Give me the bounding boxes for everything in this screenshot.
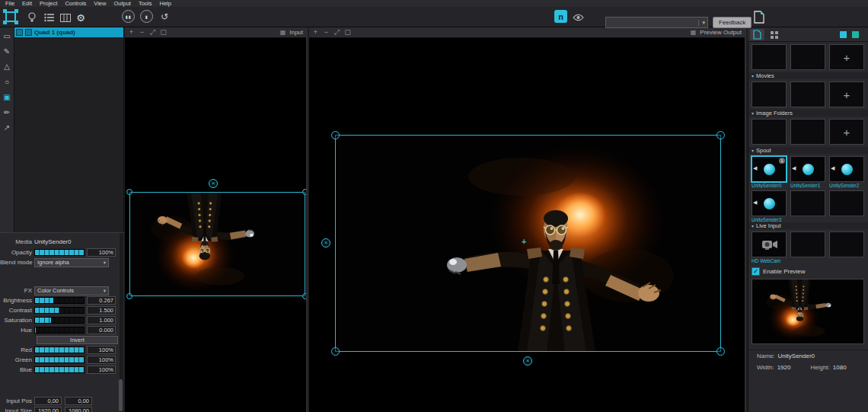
- corner-handle[interactable]: [331, 347, 340, 356]
- live-input-label[interactable]: HD WebCam: [752, 258, 787, 263]
- brush-tool-icon[interactable]: ✏: [2, 107, 12, 117]
- blue-slider[interactable]: [34, 366, 85, 373]
- menu-view[interactable]: View: [90, 0, 110, 7]
- green-value[interactable]: 100%: [87, 356, 116, 364]
- input-size-y-field[interactable]: 1080,00: [65, 407, 92, 412]
- spout-item-label[interactable]: UnitySender2: [829, 183, 864, 188]
- input-pos-x-field[interactable]: 0,00: [34, 397, 62, 405]
- spout-item-unitysender2[interactable]: ◀: [829, 156, 864, 182]
- section-movies[interactable]: ▾ Movies: [748, 72, 868, 79]
- zoom-out-icon[interactable]: −: [323, 27, 330, 37]
- spout-item-label[interactable]: UnitySender1: [790, 183, 825, 188]
- tab-compositions[interactable]: [767, 29, 781, 40]
- spout-item-unitysender1[interactable]: ◀: [790, 156, 825, 182]
- media-slot-empty[interactable]: [790, 232, 825, 257]
- zoom-in-icon[interactable]: +: [128, 27, 135, 37]
- zoom-out-icon[interactable]: −: [139, 27, 145, 37]
- cyan-status-square-icon[interactable]: [840, 31, 847, 38]
- eye-icon[interactable]: [572, 11, 585, 23]
- properties-scrollbar[interactable]: [120, 233, 123, 412]
- blue-value[interactable]: 100%: [87, 366, 116, 374]
- reset-undo-icon[interactable]: ↺: [158, 11, 171, 23]
- section-live-input[interactable]: ▾ Live Input: [748, 222, 868, 229]
- input-quad-selection[interactable]: [129, 192, 305, 296]
- teal-status-square-icon[interactable]: [852, 31, 859, 38]
- add-movie-button[interactable]: +: [829, 81, 864, 107]
- menu-output[interactable]: Output: [110, 0, 135, 7]
- layer-solo-icon[interactable]: [25, 29, 32, 36]
- edge-handle-icon[interactable]: ×: [523, 356, 532, 366]
- corner-handle[interactable]: [331, 131, 340, 139]
- transform-tool-icon[interactable]: ▣: [2, 92, 12, 102]
- ellipse-tool-icon[interactable]: ○: [2, 77, 12, 87]
- zoom-in-icon[interactable]: +: [312, 27, 319, 37]
- spout-item-unitysender0[interactable]: ◀ 1: [752, 156, 787, 182]
- play-frame-button[interactable]: ▮: [140, 10, 153, 23]
- hue-value[interactable]: 0.000: [87, 326, 116, 334]
- menu-tools[interactable]: Tools: [135, 0, 156, 7]
- fit-view-icon[interactable]: ⤢: [333, 27, 340, 37]
- brightness-slider[interactable]: [34, 297, 85, 304]
- contrast-slider[interactable]: [34, 307, 85, 314]
- enable-preview-checkbox[interactable]: ✓: [752, 267, 760, 276]
- corner-handle[interactable]: [126, 189, 132, 195]
- edge-handle-icon[interactable]: ×: [321, 238, 330, 248]
- menu-file[interactable]: File: [2, 0, 18, 7]
- edge-handle-icon[interactable]: ×: [209, 179, 218, 188]
- section-image-folders[interactable]: ▾ Image Folders: [748, 110, 868, 117]
- section-spout[interactable]: ▾ Spout: [748, 147, 868, 154]
- contrast-value[interactable]: 1.500: [87, 306, 116, 315]
- saturation-slider[interactable]: [34, 317, 85, 324]
- corner-handle[interactable]: [716, 347, 725, 356]
- green-slider[interactable]: [34, 356, 85, 363]
- input-pos-y-field[interactable]: 0,00: [65, 397, 92, 405]
- display-panel-icon[interactable]: [59, 11, 72, 24]
- fx-dropdown[interactable]: Color Controls ▾: [34, 286, 109, 295]
- add-media-button[interactable]: +: [829, 44, 864, 70]
- opacity-slider[interactable]: [34, 249, 85, 256]
- invert-button[interactable]: Invert: [37, 336, 118, 344]
- output-monitor-dropdown[interactable]: ▾: [605, 17, 708, 28]
- export-tool-icon[interactable]: ↗: [2, 123, 12, 133]
- corner-handle[interactable]: [126, 293, 132, 299]
- output-quad-selection[interactable]: [335, 135, 721, 352]
- media-slot-empty[interactable]: [790, 190, 825, 216]
- menu-help[interactable]: Help: [155, 0, 174, 7]
- layer-visibility-icon[interactable]: [16, 29, 23, 36]
- menu-controls[interactable]: Controls: [61, 0, 90, 7]
- cue-list-icon[interactable]: [43, 11, 55, 24]
- corner-handle[interactable]: [716, 131, 725, 139]
- tab-media-bin[interactable]: [750, 29, 764, 40]
- menu-edit[interactable]: Edit: [18, 0, 36, 7]
- fit-view-icon[interactable]: ⤢: [149, 27, 156, 37]
- saturation-value[interactable]: 1.000: [87, 316, 116, 324]
- shape-tool-icon[interactable]: △: [2, 62, 12, 72]
- ndi-button[interactable]: n: [554, 10, 567, 23]
- media-slot-empty[interactable]: [790, 44, 825, 70]
- input-canvas[interactable]: ×: [125, 38, 306, 412]
- media-slot-empty[interactable]: [790, 81, 825, 107]
- pen-tool-icon[interactable]: ✎: [2, 46, 12, 56]
- spout-item-unitysender3[interactable]: ◀: [752, 190, 787, 216]
- red-value[interactable]: 100%: [87, 346, 116, 354]
- settings-gear-icon[interactable]: ⚙: [74, 11, 88, 24]
- select-tool-icon[interactable]: ▭: [2, 31, 12, 41]
- lamp-icon[interactable]: [26, 11, 38, 24]
- media-slot-empty[interactable]: [790, 119, 825, 145]
- spout-item-label[interactable]: UnitySender3: [752, 217, 787, 222]
- input-size-x-field[interactable]: 1920,00: [34, 407, 62, 412]
- blend-mode-dropdown[interactable]: Ignore alpha ▾: [34, 258, 109, 267]
- pause-button[interactable]: ▮▮: [122, 10, 135, 23]
- menu-project[interactable]: Project: [36, 0, 61, 7]
- feedback-button[interactable]: Feedback: [713, 17, 752, 28]
- frame-view-icon[interactable]: ▢: [160, 27, 167, 37]
- live-input-hd-webcam[interactable]: [752, 232, 787, 257]
- media-library-icon[interactable]: [752, 10, 766, 24]
- media-slot-empty[interactable]: [752, 44, 787, 70]
- red-slider[interactable]: [34, 347, 85, 353]
- brightness-value[interactable]: 0.267: [87, 296, 116, 305]
- output-canvas[interactable]: × × +: [309, 38, 745, 412]
- spout-item-label[interactable]: UnitySender0: [752, 183, 787, 188]
- frame-view-icon[interactable]: ▢: [344, 27, 351, 37]
- media-slot-empty[interactable]: [752, 119, 787, 145]
